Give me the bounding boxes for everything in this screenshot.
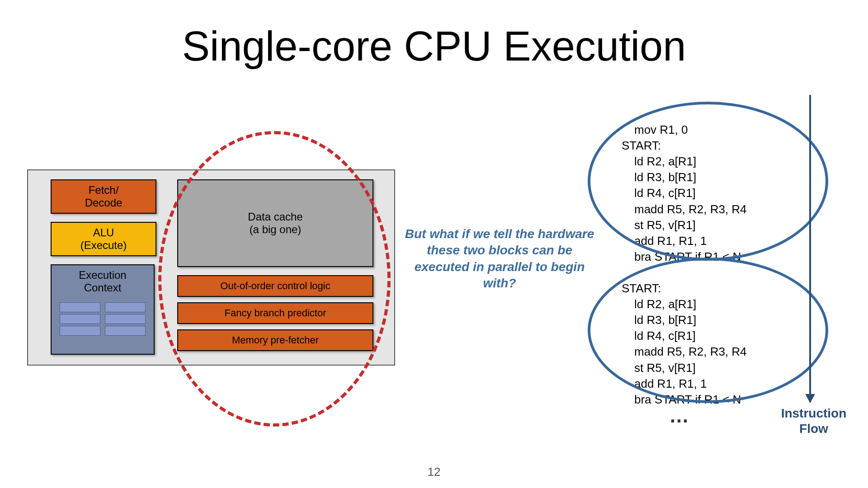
- asm-line: ld R2, a[R1]: [622, 296, 802, 312]
- page-number: 12: [0, 465, 868, 479]
- bpred-label: Fancy branch predictor: [225, 307, 326, 319]
- slide: Single-core CPU Execution Fetch/ Decode …: [0, 0, 868, 488]
- asm-label: START:: [622, 281, 802, 296]
- asm-line: mov R1, 0: [622, 122, 802, 138]
- hint-text: But what if we tell the hardware these t…: [398, 226, 601, 292]
- prefetcher-box: Memory pre-fetcher: [177, 329, 373, 351]
- cache-label-1: Data cache: [248, 211, 302, 223]
- execution-context-box: Execution Context: [51, 264, 155, 355]
- asm-line: ld R4, c[R1]: [622, 185, 802, 201]
- asm-label: START:: [622, 138, 802, 154]
- exec-context-label: Execution Context: [79, 269, 126, 294]
- cpu-block-diagram: Fetch/ Decode ALU (Execute) Execution Co…: [27, 169, 395, 366]
- asm-line: st R5, v[R1]: [622, 360, 802, 376]
- instruction-flow-arrow: [809, 95, 811, 402]
- cache-label-2: (a big one): [250, 223, 302, 236]
- ooo-box: Out-of-order control logic: [177, 275, 373, 297]
- asm-line: madd R5, R2, R3, R4: [622, 202, 802, 217]
- asm-line: ld R2, a[R1]: [622, 154, 802, 169]
- asm-line: st R5, v[R1]: [622, 217, 802, 233]
- arrow-label-line1: Instruction: [781, 406, 847, 420]
- asm-line: ld R3, b[R1]: [622, 169, 802, 185]
- prefetch-label: Memory pre-fetcher: [232, 334, 319, 346]
- asm-line: add R1, R1, 1: [622, 233, 802, 249]
- asm-line: ld R3, b[R1]: [622, 312, 802, 328]
- alu-label: ALU (Execute): [80, 226, 127, 252]
- fetch-decode-label: Fetch/ Decode: [85, 184, 123, 209]
- asm-line: madd R5, R2, R3, R4: [622, 344, 802, 360]
- fetch-decode-box: Fetch/ Decode: [51, 179, 156, 214]
- ooo-label: Out-of-order control logic: [220, 280, 330, 292]
- asm-line: bra START if R1 < N: [622, 249, 802, 265]
- asm-line: add R1, R1, 1: [622, 376, 802, 392]
- alu-box: ALU (Execute): [51, 222, 156, 256]
- branch-predictor-box: Fancy branch predictor: [177, 302, 373, 324]
- ellipsis: …: [669, 404, 692, 427]
- arrow-label-line2: Flow: [799, 422, 828, 436]
- register-grid: [60, 302, 146, 336]
- asm-line: bra START if R1 < N: [622, 392, 802, 408]
- page-title: Single-core CPU Execution: [0, 23, 868, 70]
- asm-line: ld R4, c[R1]: [622, 328, 802, 344]
- instruction-flow-label: Instruction Flow: [760, 406, 868, 436]
- data-cache-box: Data cache (a big one): [177, 179, 373, 267]
- assembly-code-block: mov R1, 0START:ld R2, a[R1]ld R3, b[R1]l…: [622, 106, 802, 408]
